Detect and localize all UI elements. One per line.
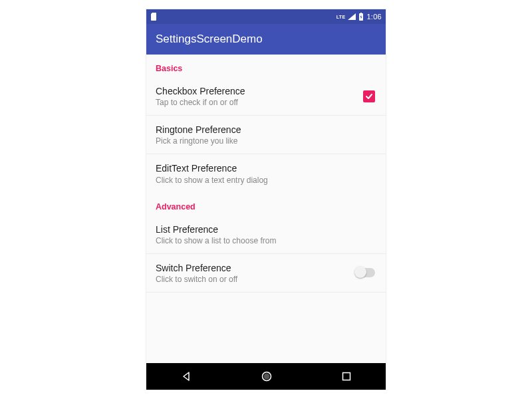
settings-list[interactable]: Basics Checkbox Preference Tap to check … — [146, 55, 386, 363]
pref-title: EditText Preference — [156, 162, 376, 174]
svg-rect-1 — [360, 13, 362, 14]
switch-toggle[interactable] — [355, 268, 375, 277]
app-bar: SettingsScreenDemo — [146, 24, 386, 55]
pref-edittext[interactable]: EditText Preference Click to show a text… — [146, 154, 386, 192]
navigation-bar — [146, 363, 386, 390]
pref-switch[interactable]: Switch Preference Click to switch on or … — [146, 254, 386, 293]
signal-icon — [348, 13, 356, 20]
pref-summary: Click to show a list to choose from — [156, 236, 376, 245]
pref-summary: Tap to check if on or off — [156, 98, 363, 107]
pref-summary: Pick a ringtone you like — [156, 136, 376, 146]
phone-frame: LTE 1:06 SettingsScreenDemo Basics Check… — [146, 9, 386, 390]
status-bar: LTE 1:06 — [146, 9, 386, 24]
pref-title: Checkbox Preference — [156, 85, 363, 97]
svg-rect-4 — [343, 373, 350, 380]
category-advanced: Advanced — [146, 193, 386, 215]
svg-point-3 — [264, 374, 270, 380]
recents-icon[interactable] — [342, 372, 351, 381]
clock-label: 1:06 — [366, 13, 382, 21]
pref-title: List Preference — [156, 223, 376, 235]
back-icon[interactable] — [181, 371, 192, 382]
pref-ringtone[interactable]: Ringtone Preference Pick a ringtone you … — [146, 116, 386, 154]
lte-label: LTE — [336, 15, 346, 19]
pref-title: Switch Preference — [156, 262, 355, 274]
app-title: SettingsScreenDemo — [156, 33, 263, 46]
pref-checkbox[interactable]: Checkbox Preference Tap to check if on o… — [146, 77, 386, 116]
battery-icon — [358, 13, 364, 21]
pref-list[interactable]: List Preference Click to show a list to … — [146, 215, 386, 254]
sd-card-icon — [150, 13, 157, 21]
category-basics: Basics — [146, 55, 386, 77]
pref-title: Ringtone Preference — [156, 124, 376, 136]
pref-summary: Click to show a text entry dialog — [156, 176, 376, 185]
home-icon[interactable] — [261, 370, 273, 382]
pref-summary: Click to switch on or off — [156, 275, 355, 284]
checkbox-icon[interactable] — [363, 90, 375, 102]
